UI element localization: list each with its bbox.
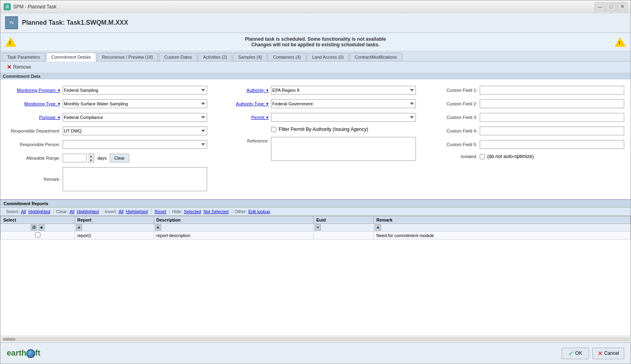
main-content: ✕ Remove Commitment Data Monitoring Prog… — [0, 61, 631, 342]
cancel-button[interactable]: ✕ Cancel — [592, 348, 624, 359]
responsible-person-select[interactable] — [63, 140, 207, 149]
reset-group: Reset — [151, 209, 170, 214]
col-description: Description — [154, 216, 314, 224]
tab-recurrence-preview[interactable]: Recurrence / Preview (18) — [97, 53, 158, 61]
permit-label[interactable]: Permit: ▾ — [215, 115, 271, 120]
responsible-dept-select[interactable]: UT DWQ — [63, 127, 207, 135]
commitment-toolbar: ✕ Remove — [0, 61, 631, 73]
filter-select-icon[interactable]: ☑ — [31, 224, 37, 231]
cancel-icon: ✕ — [597, 350, 603, 357]
app-icon: ⊞ — [4, 3, 11, 10]
spinner-up[interactable]: ▲ — [88, 154, 94, 158]
custom-field2-row: Custom Field 2: — [424, 99, 624, 108]
col-select: Select — [1, 216, 75, 224]
edit-lookup-btn[interactable]: Edit lookup — [247, 209, 271, 214]
isolated-checkbox[interactable] — [480, 154, 485, 159]
filter-permit-checkbox[interactable] — [271, 127, 276, 132]
remove-label: Remove — [13, 64, 31, 70]
tab-contract-modifications[interactable]: ContractModifications — [350, 53, 402, 61]
custom-field2-input[interactable] — [480, 99, 624, 108]
custom-field3-label: Custom Field 3: — [424, 115, 480, 120]
authority-select[interactable]: EPA Region 9 — [271, 86, 415, 95]
page-icon: T1 — [5, 16, 18, 29]
tab-containers[interactable]: Containers (4) — [268, 53, 306, 61]
filter-select-square[interactable]: ■ — [38, 224, 45, 231]
left-col: Monitoring Program: ▾ Federal Sampling M… — [7, 86, 207, 194]
reference-textarea[interactable] — [271, 137, 415, 161]
clear-all-btn[interactable]: All — [69, 209, 75, 214]
monitoring-program-label[interactable]: Monitoring Program: ▾ — [7, 88, 63, 93]
filter-permit-label: Filter Permit By Authority (Issuing Agen… — [279, 127, 368, 132]
select-highlighted-btn[interactable]: Highlighted — [28, 209, 51, 214]
filter-description-icon[interactable]: A — [155, 224, 161, 231]
spinner-down[interactable]: ▼ — [88, 158, 94, 162]
remark-textarea[interactable] — [63, 167, 207, 191]
ok-button[interactable]: ✓ OK — [562, 348, 589, 359]
tab-samples[interactable]: Samples (4) — [233, 53, 267, 61]
custom-field4-label: Custom Field 4: — [424, 129, 480, 133]
filter-permit-checkbox-row: Filter Permit By Authority (Issuing Agen… — [271, 127, 368, 132]
title-bar-left: ⊞ SPM - Planned Task — [4, 3, 57, 10]
monitoring-type-label[interactable]: Monitoring Type: ▾ — [7, 101, 63, 107]
hide-selected-btn[interactable]: Selected — [183, 209, 202, 214]
reports-toolbar: Select: All Highlighted Clear: All Highl… — [0, 208, 631, 216]
allowable-range-unit: days — [97, 156, 107, 160]
clear-highlighted-btn[interactable]: Highlighted — [76, 209, 100, 214]
filter-euid-icon[interactable]: = — [315, 224, 321, 231]
remove-button[interactable]: ✕ Remove — [4, 63, 34, 71]
tab-commitment-details[interactable]: Commitment Details — [46, 53, 96, 61]
reset-btn[interactable]: Reset — [154, 209, 167, 214]
tab-custom-dates[interactable]: Custom Dates — [159, 53, 197, 61]
invert-all-btn[interactable]: All — [118, 209, 124, 214]
select-all-btn[interactable]: All — [20, 209, 27, 214]
warning-content: Planned task is scheduled. Some function… — [16, 36, 615, 47]
tab-activities[interactable]: Activities (2) — [198, 53, 232, 61]
custom-field1-input[interactable] — [480, 86, 624, 95]
tab-bar: Task Parameters Commitment Details Recur… — [0, 51, 631, 61]
clear-button[interactable]: Clear — [110, 154, 129, 162]
authority-type-select[interactable]: Federal Government — [271, 99, 415, 108]
maximize-button[interactable]: □ — [606, 2, 616, 11]
monitoring-program-select[interactable]: Federal Sampling — [63, 86, 207, 95]
custom-field5-input[interactable] — [480, 140, 624, 149]
warning-line1: Planned task is scheduled. Some function… — [16, 36, 615, 42]
warning-icon-right — [615, 37, 626, 47]
invert-group: Invert: All Highlighted — [103, 209, 152, 214]
custom-field3-input[interactable] — [480, 113, 624, 122]
commitment-data-form: Monitoring Program: ▾ Federal Sampling M… — [0, 83, 631, 199]
tab-task-parameters[interactable]: Task Parameters — [2, 53, 45, 61]
monitoring-type-select[interactable]: Monthly Surface Water Sampling — [63, 99, 207, 108]
responsible-person-row: Responsible Person: — [7, 140, 207, 149]
invert-highlighted-btn[interactable]: Highlighted — [125, 209, 148, 214]
horizontal-scrollbar[interactable] — [0, 336, 631, 342]
row-checkbox[interactable] — [35, 232, 40, 237]
scrollbar-thumb[interactable] — [3, 338, 15, 340]
footer-buttons: ✓ OK ✕ Cancel — [562, 348, 624, 359]
filter-row: ☑ ■ A A = — [1, 224, 631, 231]
other-group: Other: Edit lookup — [232, 209, 273, 214]
allowable-range-input[interactable] — [63, 154, 87, 162]
cancel-label: Cancel — [604, 350, 619, 356]
custom-field4-input[interactable] — [480, 127, 624, 135]
permit-select[interactable] — [271, 113, 415, 122]
hide-not-selected-btn[interactable]: Not Selected — [203, 209, 229, 214]
purpose-label[interactable]: Purpose: ▾ — [7, 115, 63, 120]
filter-report-icon[interactable]: A — [76, 224, 82, 231]
scrollbar-track — [2, 338, 629, 341]
ok-label: OK — [575, 350, 582, 356]
hide-group: Hide: Selected Not Selected — [170, 209, 232, 214]
minimize-button[interactable]: — — [595, 2, 605, 11]
custom-field1-row: Custom Field 1: — [424, 86, 624, 95]
authority-type-label[interactable]: Authority Type: ▾ — [215, 101, 271, 107]
custom-field5-label: Custom Field 5: — [424, 142, 480, 147]
purpose-select[interactable]: Federal Compliance — [63, 113, 207, 122]
allowable-range-spinner-wrap: ▲ ▼ days Clear — [63, 154, 129, 162]
tab-land-access[interactable]: Land Access (0) — [307, 53, 349, 61]
filter-remark-icon[interactable]: A — [375, 224, 381, 231]
filter-cell-euid: = — [314, 224, 374, 231]
authority-label[interactable]: Authority: ▾ — [215, 88, 271, 93]
close-button[interactable]: ✕ — [617, 2, 627, 11]
ok-icon: ✓ — [568, 350, 574, 357]
reports-title: Commitment Reports — [0, 200, 631, 208]
remark-row: Remark: — [7, 167, 207, 191]
